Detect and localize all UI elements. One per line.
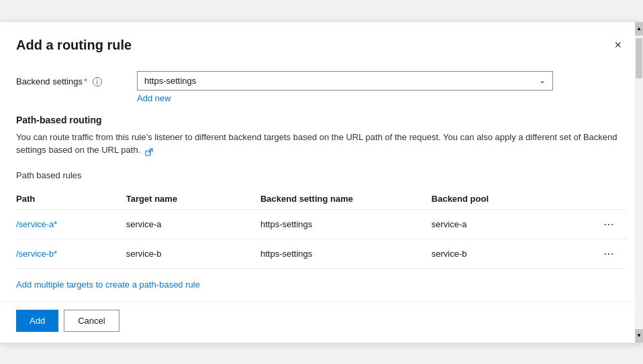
target-name-cell: service-b (126, 239, 260, 268)
external-link-icon (145, 147, 153, 155)
dropdown-value: https-settings (144, 76, 539, 86)
rules-table: Path Target name Backend setting name Ba… (16, 188, 627, 269)
section-description: You can route traffic from this rule's l… (16, 131, 627, 157)
backend-settings-row: Backend settings* i https-settings ⌄ Add… (16, 71, 627, 104)
backend-setting-cell: https-settings (260, 209, 432, 239)
section-title: Path-based routing (16, 115, 627, 125)
scrollbar-track[interactable]: ▲ ▼ (635, 22, 643, 343)
dialog-title: Add a routing rule (16, 38, 132, 53)
dialog-footer: Add Cancel (0, 301, 643, 343)
table-body: /service-a* service-a https-settings ser… (16, 209, 627, 268)
info-icon[interactable]: i (93, 77, 102, 86)
add-targets-link[interactable]: Add multiple targets to create a path-ba… (16, 280, 200, 290)
target-name-cell: service-a (126, 209, 260, 239)
backend-settings-label: Backend settings* i (16, 71, 137, 87)
backend-setting-cell: https-settings (260, 239, 432, 268)
path-link[interactable]: /service-b* (16, 249, 57, 259)
chevron-down-icon: ⌄ (539, 76, 546, 85)
more-options-button[interactable]: ⋯ (599, 246, 619, 261)
backend-pool-cell: service-a (432, 209, 566, 239)
col-header-setting: Backend setting name (260, 188, 432, 210)
add-button[interactable]: Add (16, 310, 58, 332)
col-header-path: Path (16, 188, 126, 210)
path-link[interactable]: /service-a* (16, 219, 57, 229)
table-header: Path Target name Backend setting name Ba… (16, 188, 627, 210)
path-rules-section: Path based rules Path Target name Backen… (16, 170, 627, 290)
backend-settings-field-group: https-settings ⌄ Add new (137, 71, 627, 104)
col-header-pool: Backend pool (432, 188, 566, 210)
dialog-body: Backend settings* i https-settings ⌄ Add… (0, 66, 643, 301)
table-row: /service-b* service-b https-settings ser… (16, 239, 627, 268)
dialog: Add a routing rule × Backend settings* i… (0, 22, 643, 343)
backend-settings-dropdown[interactable]: https-settings ⌄ (137, 71, 553, 90)
table-row: /service-a* service-a https-settings ser… (16, 209, 627, 239)
backend-pool-cell: service-b (432, 239, 566, 268)
scrollbar-down-button[interactable]: ▼ (635, 329, 643, 343)
col-header-action (566, 188, 627, 210)
add-new-link[interactable]: Add new (137, 93, 171, 103)
more-options-button[interactable]: ⋯ (599, 217, 619, 232)
path-rules-label: Path based rules (16, 170, 627, 180)
scrollbar-up-button[interactable]: ▲ (635, 22, 643, 36)
cancel-button[interactable]: Cancel (64, 310, 119, 332)
scrollbar-thumb[interactable] (636, 38, 642, 78)
dialog-header: Add a routing rule × (0, 22, 643, 66)
close-button[interactable]: × (609, 36, 627, 55)
col-header-target: Target name (126, 188, 260, 210)
path-routing-section: Path-based routing You can route traffic… (16, 115, 627, 290)
